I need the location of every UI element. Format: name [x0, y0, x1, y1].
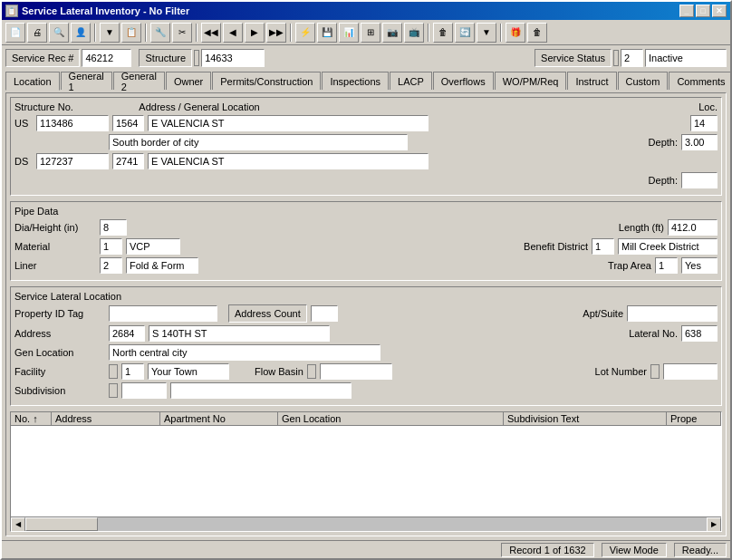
cut-button[interactable]: ✂ [172, 23, 192, 43]
col-no[interactable]: No. ↑ [11, 412, 52, 425]
us-row: US [14, 115, 718, 131]
service-rec-input[interactable] [82, 49, 131, 67]
us-label: US [14, 118, 33, 129]
first-button[interactable]: ◀◀ [201, 23, 221, 43]
delete-button[interactable]: 🗑 [433, 23, 453, 43]
service-status-button[interactable]: Service Status [535, 49, 612, 67]
col-subdivision[interactable]: Subdivision Text [504, 412, 667, 425]
benefit-district-code-input[interactable] [592, 238, 614, 255]
scroll-right-button[interactable]: ▶ [707, 517, 721, 532]
tab-location[interactable]: Location [5, 72, 60, 91]
tab-inspections[interactable]: Inspections [322, 72, 389, 90]
ds-address-input[interactable] [148, 153, 429, 169]
tab-wo[interactable]: WO/PM/Req [495, 72, 567, 90]
service-rec-button[interactable]: Service Rec # [5, 49, 80, 67]
ds-structure-input[interactable] [36, 153, 109, 169]
horizontal-scrollbar[interactable]: ◀ ▶ [11, 517, 721, 531]
search-button[interactable]: 🔍 [49, 23, 69, 43]
lightning-button[interactable]: ⚡ [295, 23, 315, 43]
address-value-input[interactable] [149, 325, 330, 342]
property-id-tag-input[interactable] [109, 305, 217, 322]
col-address[interactable]: Address [52, 412, 160, 425]
pipe-data-title: Pipe Data [14, 206, 58, 217]
last-button[interactable]: ▶▶ [266, 23, 286, 43]
lot-number-input[interactable] [663, 363, 718, 380]
tab-general1[interactable]: General 1 [61, 72, 112, 90]
dropdown-button[interactable]: ▼ [477, 23, 496, 43]
service-status-value-input[interactable] [645, 49, 727, 67]
material-value-input[interactable] [126, 238, 180, 255]
us-structure-input[interactable] [36, 115, 109, 131]
col-apartment[interactable]: Apartment No [160, 412, 278, 425]
address-count-button[interactable]: Address Count [228, 304, 307, 323]
toolbar: 📄 🖨 🔍 👤 ▼ 📋 🔧 ✂ ◀◀ ◀ ▶ ▶▶ ⚡ 💾 📊 ⊞ 📷 📺 🗑 … [2, 20, 730, 45]
trap-area-code-input[interactable] [655, 257, 678, 274]
prev-button[interactable]: ◀ [223, 23, 243, 43]
us-note-row: Depth: [14, 134, 718, 150]
minimize-button[interactable]: _ [679, 5, 694, 17]
benefit-district-value-input[interactable] [618, 238, 718, 255]
tab-owner[interactable]: Owner [166, 72, 211, 90]
dia-input[interactable] [100, 219, 127, 236]
camera-button[interactable]: 📷 [382, 23, 402, 43]
tab-custom[interactable]: Custom [618, 72, 669, 90]
facility-value-input[interactable] [148, 363, 229, 380]
grid-button[interactable]: ⊞ [361, 23, 380, 43]
col-prope[interactable]: Prope [667, 412, 721, 425]
us-loc-input[interactable] [690, 115, 718, 131]
tab-permits[interactable]: Permits/Construction [212, 72, 321, 90]
refresh-button[interactable]: 🔄 [455, 23, 475, 43]
us-note-input[interactable] [109, 134, 408, 150]
trap-area-value-input[interactable] [681, 257, 718, 274]
tab-instruct[interactable]: Instruct [567, 72, 616, 90]
lot-number-label: Lot Number [595, 366, 647, 377]
close-button[interactable]: ✕ [712, 5, 727, 17]
lateral-no-label: Lateral No. [629, 328, 678, 339]
liner-value-input[interactable] [126, 257, 198, 274]
facility-code-input[interactable] [121, 363, 144, 380]
ds-depth-input[interactable] [681, 172, 718, 188]
address-no-input[interactable] [109, 325, 145, 342]
structure-input[interactable] [201, 49, 265, 67]
print-button[interactable]: 🖨 [27, 23, 47, 43]
save-button[interactable]: 💾 [317, 23, 337, 43]
tab-lacp[interactable]: LACP [390, 72, 432, 90]
tab-overflows[interactable]: Overflows [433, 72, 494, 90]
length-input[interactable] [668, 219, 718, 236]
flow-basin-input[interactable] [320, 363, 392, 380]
window-icon: 📋 [5, 5, 18, 17]
form-area: Structure No. Address / General Location… [5, 92, 727, 536]
trash-button[interactable]: 🗑 [527, 23, 547, 43]
filter-button[interactable]: ▼ [100, 23, 120, 43]
liner-code-input[interactable] [100, 257, 122, 274]
us-depth-input[interactable] [681, 134, 718, 150]
gen-location-input[interactable] [109, 344, 380, 361]
us-address-no-input[interactable] [112, 115, 144, 131]
user-button[interactable]: 👤 [71, 23, 91, 43]
apt-suite-input[interactable] [627, 305, 718, 322]
service-status-code-input[interactable] [621, 49, 643, 67]
tab-comments[interactable]: Comments [669, 72, 730, 90]
subdivision-value-input[interactable] [170, 382, 352, 399]
tab-general2[interactable]: General 2 [113, 72, 165, 90]
us-address-input[interactable] [148, 115, 429, 131]
col-gen-location[interactable]: Gen Location [278, 412, 504, 425]
address-count-input[interactable] [311, 305, 338, 322]
settings-button[interactable]: 🔧 [150, 23, 170, 43]
next-button[interactable]: ▶ [245, 23, 265, 43]
lateral-no-input[interactable] [681, 325, 718, 342]
scroll-left-button[interactable]: ◀ [11, 517, 25, 532]
maximize-button[interactable]: □ [696, 5, 710, 17]
gift-button[interactable]: 🎁 [506, 23, 525, 43]
list-button[interactable]: 📋 [121, 23, 141, 43]
structure-button[interactable]: Structure [139, 49, 192, 67]
material-code-input[interactable] [100, 238, 122, 255]
chart-button[interactable]: 📊 [339, 23, 359, 43]
ds-label: DS [14, 156, 33, 167]
subdivision-code-input[interactable] [121, 382, 167, 399]
scroll-track[interactable] [25, 517, 707, 531]
ds-address-no-input[interactable] [112, 153, 144, 169]
scroll-thumb[interactable] [25, 517, 98, 531]
new-button[interactable]: 📄 [5, 23, 25, 43]
monitor-button[interactable]: 📺 [404, 23, 424, 43]
